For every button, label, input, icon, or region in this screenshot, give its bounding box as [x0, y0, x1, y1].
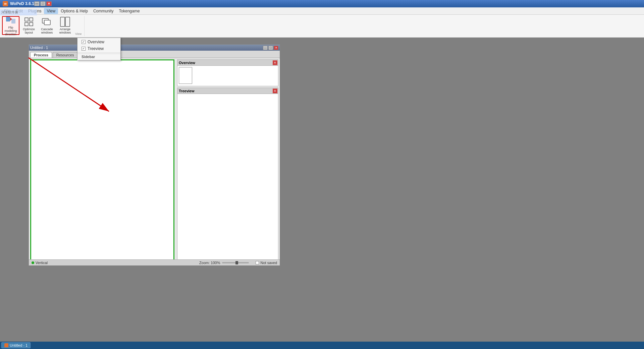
svg-rect-6: [30, 22, 33, 26]
dropdown-overview[interactable]: Overview: [77, 39, 120, 45]
sidebar-section-label: Sidebar: [77, 54, 120, 59]
title-bar-controls: — □ ✕: [34, 1, 52, 6]
status-saved: Not saved: [256, 261, 277, 265]
cascade-windows-button[interactable]: Cascadewindows: [38, 16, 56, 35]
menu-plugins[interactable]: Plugins: [25, 8, 44, 14]
overview-checkbox[interactable]: [82, 40, 86, 44]
optimize-layout-button[interactable]: Optimizelayout: [20, 16, 38, 35]
tab-process[interactable]: Process: [30, 52, 52, 58]
treeview-panel: Treeview ✕: [177, 88, 278, 264]
svg-rect-0: [6, 17, 10, 21]
menu-bar: File Edit Plugins View Options & Help Co…: [0, 7, 644, 15]
arrange-windows-label: Arrangewindows: [59, 28, 71, 35]
svg-rect-3: [25, 18, 28, 21]
menu-options[interactable]: Options & Help: [58, 8, 91, 14]
svg-rect-9: [60, 17, 65, 27]
canvas-area[interactable]: [30, 59, 174, 264]
doc-status-bar: Vertical Zoom: 100% Not saved: [29, 259, 280, 265]
svg-rect-10: [65, 17, 70, 27]
tab-resources[interactable]: Resources: [53, 52, 78, 58]
taskbar-item-label: Untitled - 1: [10, 343, 28, 347]
zoom-slider[interactable]: [222, 262, 249, 263]
doc-maximize-button[interactable]: □: [268, 46, 273, 50]
overview-thumbnail: [179, 67, 192, 84]
doc-controls: — □ ✕: [263, 46, 278, 50]
treeview-title: Treeview: [177, 88, 278, 94]
cascade-windows-icon: [42, 16, 52, 27]
main-content: Untitled - 1 — □ ✕ Process Resources Ove…: [0, 38, 644, 342]
menu-community[interactable]: Community: [91, 8, 116, 14]
saved-label: Not saved: [260, 261, 277, 265]
flip-modeling-direction-button[interactable]: Flip modelingdirection: [2, 16, 19, 35]
zoom-label: Zoom: 100%: [199, 261, 220, 265]
taskbar-item-icon: [4, 343, 8, 347]
treeview-close-button[interactable]: ✕: [273, 89, 277, 93]
menu-view[interactable]: View: [44, 8, 58, 14]
dropdown-divider: [77, 53, 120, 53]
menu-file[interactable]: File: [1, 8, 13, 14]
status-zoom: Zoom: 100%: [199, 261, 249, 265]
overview-close-button[interactable]: ✕: [273, 60, 277, 65]
menu-tokengame[interactable]: Tokengame: [116, 8, 143, 14]
menu-edit[interactable]: Edit: [13, 8, 25, 14]
saved-checkbox: [256, 261, 259, 264]
zoom-slider-thumb[interactable]: [235, 261, 238, 264]
view-toolbar-group: Flip modelingdirection Optimizelayout: [2, 16, 85, 36]
cascade-windows-label: Cascadewindows: [41, 28, 53, 35]
arrange-windows-icon: [60, 16, 70, 27]
app-logo: W: [3, 1, 8, 6]
overview-title-text: Overview: [179, 61, 195, 65]
orientation-label: Vertical: [36, 261, 48, 265]
svg-rect-8: [44, 20, 50, 25]
view-dropdown: Overview Treeview Sidebar: [77, 38, 121, 60]
minimize-button[interactable]: —: [34, 1, 40, 6]
toolbar: Flip modelingdirection Optimizelayout: [0, 15, 644, 38]
treeview-label: Treeview: [88, 46, 104, 51]
overview-label: Overview: [88, 40, 104, 44]
doc-close-button[interactable]: ✕: [274, 46, 278, 50]
overview-content: [177, 66, 278, 86]
doc-title-text: Untitled - 1: [30, 46, 263, 50]
overview-panel: Overview ✕: [177, 59, 278, 86]
optimize-layout-label: Optimizelayout: [23, 28, 35, 35]
doc-tabs: Process Resources: [29, 51, 280, 58]
taskbar-item-untitled[interactable]: Untitled - 1: [1, 342, 31, 348]
title-bar: W WoPeD 3.6.1 — □ ✕: [0, 0, 644, 7]
flip-modeling-label: Flip modelingdirection: [3, 26, 18, 36]
treeview-checkbox[interactable]: [82, 47, 86, 51]
arrange-windows-button[interactable]: Arrangewindows: [56, 16, 74, 35]
dropdown-treeview[interactable]: Treeview: [77, 45, 120, 52]
view-group-label: View: [74, 16, 82, 36]
flip-modeling-icon: [5, 15, 16, 26]
sidebar-area: Overview ✕ Treeview ✕: [176, 58, 280, 265]
document-window: Untitled - 1 — □ ✕ Process Resources Ove…: [29, 44, 280, 266]
treeview-title-text: Treeview: [179, 89, 194, 93]
doc-body: Overview ✕ Treeview ✕: [29, 58, 280, 265]
title-bar-text: WoPeD 3.6.1: [10, 1, 34, 6]
overview-title: Overview: [177, 60, 278, 66]
status-orientation: Vertical: [32, 261, 48, 265]
optimize-layout-icon: [23, 16, 34, 27]
svg-rect-4: [30, 18, 33, 21]
orientation-dot: [32, 261, 34, 264]
svg-rect-1: [11, 19, 15, 23]
taskbar: Untitled - 1: [0, 342, 644, 349]
maximize-button[interactable]: □: [40, 1, 46, 6]
close-button[interactable]: ✕: [46, 1, 52, 6]
doc-minimize-button[interactable]: —: [263, 46, 268, 50]
doc-title-bar: Untitled - 1 — □ ✕: [29, 45, 280, 51]
svg-rect-5: [25, 22, 28, 26]
